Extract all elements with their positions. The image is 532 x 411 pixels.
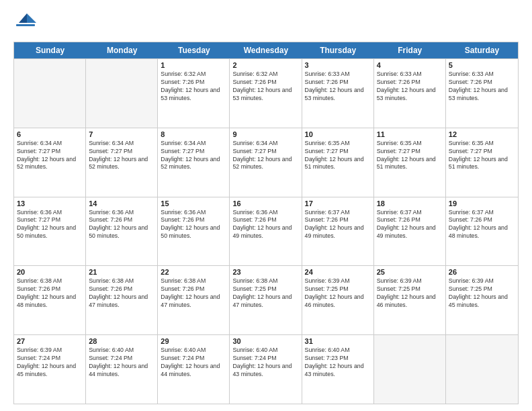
cell-info: Sunrise: 6:35 AM Sunset: 7:27 PM Dayligh… [449, 140, 515, 172]
cell-date: 17 [305, 199, 371, 208]
cell-date: 19 [449, 199, 515, 208]
cell-info: Sunrise: 6:39 AM Sunset: 7:25 PM Dayligh… [305, 277, 371, 310]
calendar-cell: 13Sunrise: 6:36 AM Sunset: 7:27 PM Dayli… [14, 197, 86, 266]
cell-info: Sunrise: 6:38 AM Sunset: 7:26 PM Dayligh… [17, 277, 83, 310]
calendar-cell: 15Sunrise: 6:36 AM Sunset: 7:26 PM Dayli… [158, 197, 230, 266]
cell-date: 3 [305, 61, 371, 69]
cell-info: Sunrise: 6:37 AM Sunset: 7:26 PM Dayligh… [449, 209, 515, 241]
cell-info: Sunrise: 6:37 AM Sunset: 7:26 PM Dayligh… [377, 209, 443, 241]
cell-info: Sunrise: 6:40 AM Sunset: 7:24 PM Dayligh… [89, 347, 154, 379]
cell-date: 27 [17, 337, 83, 345]
cell-date: 1 [161, 61, 226, 69]
cell-info: Sunrise: 6:36 AM Sunset: 7:26 PM Dayligh… [89, 209, 154, 241]
cell-date: 28 [89, 337, 154, 345]
calendar-header: SundayMondayTuesdayWednesdayThursdayFrid… [14, 42, 518, 58]
calendar-row-4: 27Sunrise: 6:39 AM Sunset: 7:24 PM Dayli… [14, 334, 518, 404]
header-day-wednesday: Wednesday [230, 42, 302, 58]
calendar: SundayMondayTuesdayWednesdayThursdayFrid… [13, 42, 519, 404]
cell-info: Sunrise: 6:34 AM Sunset: 7:27 PM Dayligh… [89, 140, 154, 172]
calendar-cell: 11Sunrise: 6:35 AM Sunset: 7:27 PM Dayli… [374, 128, 446, 197]
header-day-monday: Monday [86, 42, 158, 58]
cell-info: Sunrise: 6:38 AM Sunset: 7:26 PM Dayligh… [89, 277, 154, 310]
calendar-cell: 1Sunrise: 6:32 AM Sunset: 7:26 PM Daylig… [158, 59, 230, 128]
calendar-cell: 14Sunrise: 6:36 AM Sunset: 7:26 PM Dayli… [86, 197, 158, 266]
cell-date: 24 [305, 268, 371, 276]
cell-info: Sunrise: 6:32 AM Sunset: 7:26 PM Dayligh… [161, 71, 226, 103]
cell-info: Sunrise: 6:35 AM Sunset: 7:27 PM Dayligh… [305, 140, 371, 172]
header-day-sunday: Sunday [14, 42, 86, 58]
calendar-cell: 22Sunrise: 6:38 AM Sunset: 7:26 PM Dayli… [158, 266, 230, 334]
calendar-cell: 7Sunrise: 6:34 AM Sunset: 7:27 PM Daylig… [86, 128, 158, 197]
calendar-row-1: 6Sunrise: 6:34 AM Sunset: 7:27 PM Daylig… [14, 128, 518, 197]
header-day-tuesday: Tuesday [158, 42, 230, 58]
calendar-row-3: 20Sunrise: 6:38 AM Sunset: 7:26 PM Dayli… [14, 265, 518, 334]
calendar-cell: 31Sunrise: 6:40 AM Sunset: 7:23 PM Dayli… [302, 335, 374, 404]
cell-info: Sunrise: 6:40 AM Sunset: 7:24 PM Dayligh… [161, 347, 226, 379]
cell-date: 12 [449, 130, 515, 138]
calendar-cell: 5Sunrise: 6:33 AM Sunset: 7:26 PM Daylig… [446, 59, 518, 128]
cell-date: 31 [305, 337, 371, 345]
cell-date: 10 [305, 130, 371, 138]
cell-info: Sunrise: 6:33 AM Sunset: 7:26 PM Dayligh… [449, 71, 515, 103]
cell-date: 14 [89, 199, 154, 208]
cell-date: 23 [232, 268, 298, 276]
cell-date: 5 [449, 61, 515, 69]
cell-info: Sunrise: 6:39 AM Sunset: 7:25 PM Dayligh… [377, 277, 443, 310]
cell-info: Sunrise: 6:35 AM Sunset: 7:27 PM Dayligh… [377, 140, 443, 172]
calendar-cell: 28Sunrise: 6:40 AM Sunset: 7:24 PM Dayli… [86, 335, 158, 404]
cell-date: 30 [232, 337, 298, 345]
cell-date: 8 [161, 130, 226, 138]
cell-date: 7 [89, 130, 154, 138]
calendar-cell: 8Sunrise: 6:34 AM Sunset: 7:27 PM Daylig… [158, 128, 230, 197]
calendar-body: 1Sunrise: 6:32 AM Sunset: 7:26 PM Daylig… [14, 58, 518, 404]
cell-info: Sunrise: 6:37 AM Sunset: 7:26 PM Dayligh… [305, 209, 371, 241]
cell-date: 16 [232, 199, 298, 208]
cell-info: Sunrise: 6:34 AM Sunset: 7:27 PM Dayligh… [161, 140, 226, 172]
calendar-cell: 27Sunrise: 6:39 AM Sunset: 7:24 PM Dayli… [14, 335, 86, 404]
cell-date: 26 [449, 268, 515, 276]
calendar-cell [446, 335, 518, 404]
calendar-cell: 29Sunrise: 6:40 AM Sunset: 7:24 PM Dayli… [158, 335, 230, 404]
calendar-cell: 12Sunrise: 6:35 AM Sunset: 7:27 PM Dayli… [446, 128, 518, 197]
calendar-cell: 23Sunrise: 6:38 AM Sunset: 7:25 PM Dayli… [230, 266, 302, 334]
calendar-cell: 9Sunrise: 6:34 AM Sunset: 7:27 PM Daylig… [230, 128, 302, 197]
logo [13, 11, 40, 35]
calendar-row-2: 13Sunrise: 6:36 AM Sunset: 7:27 PM Dayli… [14, 197, 518, 266]
cell-date: 18 [377, 199, 443, 208]
calendar-cell: 16Sunrise: 6:36 AM Sunset: 7:26 PM Dayli… [230, 197, 302, 266]
cell-date: 15 [161, 199, 226, 208]
cell-date: 25 [377, 268, 443, 276]
cell-date: 29 [161, 337, 226, 345]
cell-date: 13 [17, 199, 83, 208]
cell-info: Sunrise: 6:32 AM Sunset: 7:26 PM Dayligh… [232, 71, 298, 103]
page: SundayMondayTuesdayWednesdayThursdayFrid… [0, 0, 532, 411]
cell-info: Sunrise: 6:34 AM Sunset: 7:27 PM Dayligh… [17, 140, 83, 172]
cell-date: 4 [377, 61, 443, 69]
calendar-cell: 30Sunrise: 6:40 AM Sunset: 7:24 PM Dayli… [230, 335, 302, 404]
cell-info: Sunrise: 6:36 AM Sunset: 7:27 PM Dayligh… [17, 209, 83, 241]
calendar-cell: 19Sunrise: 6:37 AM Sunset: 7:26 PM Dayli… [446, 197, 518, 266]
cell-info: Sunrise: 6:33 AM Sunset: 7:26 PM Dayligh… [305, 71, 371, 103]
cell-date: 6 [17, 130, 83, 138]
cell-info: Sunrise: 6:34 AM Sunset: 7:27 PM Dayligh… [232, 140, 298, 172]
cell-info: Sunrise: 6:40 AM Sunset: 7:23 PM Dayligh… [305, 347, 371, 379]
cell-info: Sunrise: 6:38 AM Sunset: 7:26 PM Dayligh… [161, 277, 226, 310]
cell-info: Sunrise: 6:39 AM Sunset: 7:24 PM Dayligh… [17, 347, 83, 379]
cell-info: Sunrise: 6:36 AM Sunset: 7:26 PM Dayligh… [161, 209, 226, 241]
calendar-cell: 20Sunrise: 6:38 AM Sunset: 7:26 PM Dayli… [14, 266, 86, 334]
calendar-cell: 6Sunrise: 6:34 AM Sunset: 7:27 PM Daylig… [14, 128, 86, 197]
cell-date: 20 [17, 268, 83, 276]
cell-info: Sunrise: 6:40 AM Sunset: 7:24 PM Dayligh… [232, 347, 298, 379]
header [13, 11, 519, 35]
cell-date: 2 [232, 61, 298, 69]
header-day-thursday: Thursday [302, 42, 374, 58]
cell-date: 11 [377, 130, 443, 138]
calendar-cell: 18Sunrise: 6:37 AM Sunset: 7:26 PM Dayli… [374, 197, 446, 266]
calendar-cell: 3Sunrise: 6:33 AM Sunset: 7:26 PM Daylig… [302, 59, 374, 128]
cell-info: Sunrise: 6:39 AM Sunset: 7:25 PM Dayligh… [449, 277, 515, 310]
header-day-friday: Friday [374, 42, 446, 58]
svg-rect-2 [16, 24, 35, 26]
calendar-cell: 21Sunrise: 6:38 AM Sunset: 7:26 PM Dayli… [86, 266, 158, 334]
calendar-cell: 10Sunrise: 6:35 AM Sunset: 7:27 PM Dayli… [302, 128, 374, 197]
cell-info: Sunrise: 6:38 AM Sunset: 7:25 PM Dayligh… [232, 277, 298, 310]
